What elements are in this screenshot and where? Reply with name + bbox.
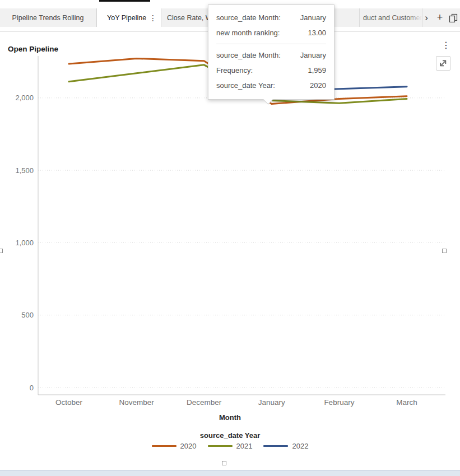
tooltip-row: source_date Month: January bbox=[216, 10, 326, 25]
chart-menu-icon[interactable]: ⋮ bbox=[441, 38, 451, 52]
tooltip-value: 13.00 bbox=[308, 29, 326, 37]
tab-product-customer-invoice[interactable]: duct and Customer Invoice bbox=[360, 8, 422, 27]
resize-handle-left[interactable] bbox=[0, 249, 3, 253]
add-tab-icon[interactable]: + bbox=[433, 11, 447, 25]
y-tick-label: 1,000 bbox=[15, 239, 34, 247]
tooltip-label: new month ranking: bbox=[216, 29, 280, 37]
x-tick-label: March bbox=[396, 398, 417, 407]
legend-swatch-2022 bbox=[263, 445, 288, 447]
copy-page-icon[interactable] bbox=[447, 11, 460, 25]
maximize-icon[interactable] bbox=[436, 56, 450, 71]
tooltip-row: new month ranking: 13.00 bbox=[216, 25, 326, 40]
report-window: Pipeline Trends Rolling YoY Pipeline ⋮ C… bbox=[0, 0, 460, 476]
tooltip-label: source_date Month: bbox=[216, 51, 281, 59]
tooltip-value: January bbox=[300, 13, 326, 22]
tooltip-value: 1,959 bbox=[308, 66, 326, 74]
legend-item-2021[interactable]: 2021 bbox=[208, 442, 253, 450]
horizontal-scrollbar[interactable] bbox=[0, 470, 460, 476]
x-tick-label: February bbox=[324, 398, 354, 407]
tooltip-row: source_date Month: January bbox=[216, 48, 326, 63]
x-tick-label: November bbox=[119, 398, 154, 407]
tab-label: Pipeline Trends Rolling bbox=[12, 14, 84, 22]
resize-handle-right[interactable] bbox=[442, 249, 447, 253]
legend-item-2022[interactable]: 2022 bbox=[263, 442, 308, 450]
data-tooltip: source_date Month: January new month ran… bbox=[208, 4, 334, 100]
x-tick-label: January bbox=[258, 398, 285, 407]
x-tick-label: December bbox=[187, 398, 222, 407]
x-axis-label: Month bbox=[0, 413, 460, 422]
chart-title: Open Pipeline bbox=[8, 45, 58, 53]
copy-page-glyph bbox=[449, 13, 458, 22]
legend-swatch-2021 bbox=[208, 445, 233, 447]
tooltip-divider bbox=[216, 44, 326, 44]
tooltip-value: 2020 bbox=[310, 81, 326, 90]
tab-pipeline-trends-rolling[interactable]: Pipeline Trends Rolling bbox=[0, 8, 96, 27]
tooltip-label: Frequency: bbox=[216, 66, 253, 74]
clipped-header-bar bbox=[99, 0, 150, 2]
maximize-glyph bbox=[438, 58, 448, 68]
tooltip-label: source_date Month: bbox=[216, 13, 281, 22]
y-tick-label: 0 bbox=[30, 384, 34, 392]
y-tick-label: 500 bbox=[21, 311, 34, 319]
tab-label: YoY Pipeline bbox=[107, 14, 146, 22]
tab-toolbar: › + bbox=[420, 8, 460, 27]
legend-title: source_date Year bbox=[0, 431, 460, 440]
y-tick-label: 1,500 bbox=[15, 166, 34, 175]
tab-label: Close Rate, W bbox=[167, 14, 212, 22]
tab-yoy-pipeline[interactable]: YoY Pipeline ⋮ bbox=[96, 8, 161, 27]
tooltip-row: Frequency: 1,959 bbox=[216, 63, 326, 78]
chart-legend: 2020 2021 2022 bbox=[0, 442, 460, 450]
tab-menu-icon[interactable]: ⋮ bbox=[149, 8, 157, 27]
tooltip-label: source_date Year: bbox=[216, 81, 275, 90]
tooltip-row: source_date Year: 2020 bbox=[216, 78, 326, 93]
legend-label: 2020 bbox=[180, 442, 197, 450]
legend-item-2020[interactable]: 2020 bbox=[152, 442, 197, 450]
resize-handle-bottom[interactable] bbox=[222, 461, 226, 465]
x-tick-label: October bbox=[55, 398, 83, 407]
legend-label: 2022 bbox=[292, 442, 308, 450]
legend-swatch-2020 bbox=[152, 445, 176, 447]
tooltip-value: January bbox=[300, 51, 326, 59]
y-tick-label: 2,000 bbox=[15, 94, 34, 102]
tab-overflow-chevron-icon[interactable]: › bbox=[420, 11, 433, 25]
legend-label: 2021 bbox=[236, 442, 253, 450]
